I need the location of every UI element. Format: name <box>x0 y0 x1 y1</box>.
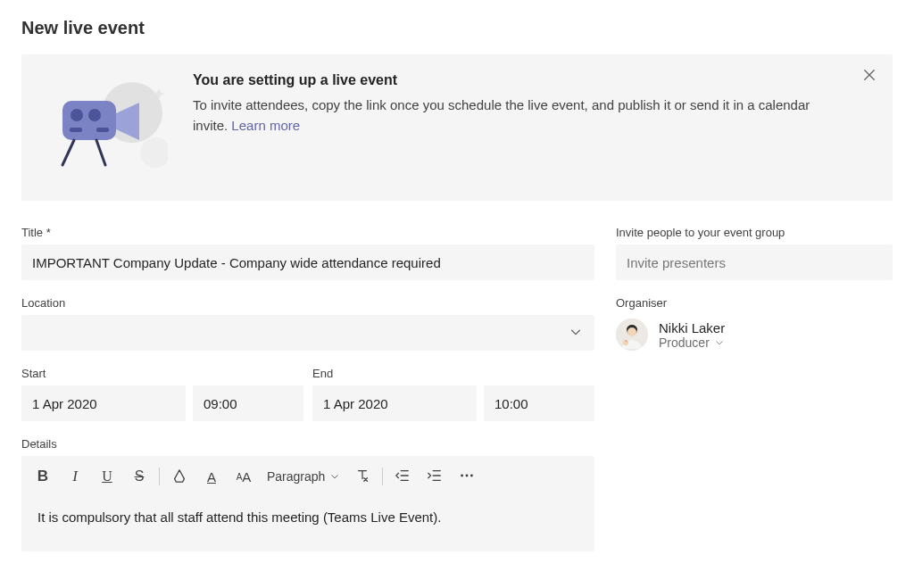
paragraph-label: Paragraph <box>267 469 325 484</box>
svg-point-11 <box>466 474 469 476</box>
font-color-icon: A <box>207 469 216 484</box>
bold-button[interactable]: B <box>29 461 57 492</box>
toolbar-separator <box>382 468 383 485</box>
info-banner: You are setting up a live event To invit… <box>21 54 893 201</box>
banner-heading: You are setting up a live event <box>193 72 843 88</box>
svg-point-15 <box>627 327 636 336</box>
clear-format-icon <box>354 468 370 486</box>
svg-point-1 <box>140 137 168 168</box>
organiser-heading: Organiser <box>616 296 893 310</box>
clear-formatting-button[interactable] <box>348 461 377 492</box>
svg-rect-8 <box>96 128 109 132</box>
highlight-button[interactable] <box>165 461 194 492</box>
close-icon <box>863 69 876 84</box>
highlight-icon <box>171 468 187 486</box>
start-time-input[interactable] <box>193 385 303 421</box>
strikethrough-button[interactable]: S <box>125 461 154 492</box>
location-label: Location <box>21 296 594 310</box>
start-date-input[interactable] <box>21 385 186 421</box>
end-time-input[interactable] <box>484 385 594 421</box>
underline-button[interactable]: U <box>93 461 121 492</box>
editor-toolbar: B I U S A AA Paragraph <box>21 456 594 497</box>
organiser-row: Nikki Laker Producer <box>616 319 893 351</box>
banner-close-button[interactable] <box>859 65 880 87</box>
banner-text: You are setting up a live event To invit… <box>193 72 843 136</box>
svg-point-7 <box>88 109 101 121</box>
title-label: Title * <box>21 226 594 239</box>
organiser-avatar <box>616 319 648 351</box>
learn-more-link[interactable]: Learn more <box>231 118 300 133</box>
end-label: End <box>312 367 594 380</box>
font-size-button[interactable]: AA <box>229 461 258 492</box>
location-select[interactable] <box>21 315 594 351</box>
organiser-role-select[interactable]: Producer <box>659 335 724 350</box>
svg-line-5 <box>96 140 105 165</box>
decrease-indent-button[interactable] <box>388 461 417 492</box>
role-label: Producer <box>659 335 710 350</box>
font-color-button[interactable]: A <box>197 461 226 492</box>
organiser-name: Nikki Laker <box>659 320 725 335</box>
page-title: New live event <box>21 18 893 38</box>
paragraph-style-select[interactable]: Paragraph <box>262 461 345 492</box>
chevron-down-icon <box>715 335 724 350</box>
toolbar-separator <box>159 468 160 485</box>
svg-point-10 <box>461 474 464 476</box>
indent-icon <box>427 468 443 486</box>
camera-illustration <box>43 72 168 179</box>
start-label: Start <box>21 367 303 380</box>
invite-label: Invite people to your event group <box>616 226 893 239</box>
title-input[interactable] <box>21 244 594 280</box>
svg-point-6 <box>71 109 83 121</box>
svg-point-12 <box>470 474 473 476</box>
details-editor[interactable]: It is compulsory that all staff attend t… <box>21 497 594 551</box>
increase-indent-button[interactable] <box>420 461 449 492</box>
svg-rect-2 <box>62 101 116 140</box>
end-date-input[interactable] <box>312 385 477 421</box>
font-size-icon: A <box>237 472 243 482</box>
more-options-button[interactable] <box>453 461 481 492</box>
outdent-icon <box>395 468 411 486</box>
more-icon <box>459 468 475 486</box>
invite-presenters-input[interactable] <box>616 244 893 280</box>
italic-button[interactable]: I <box>61 461 89 492</box>
svg-line-4 <box>62 140 74 165</box>
chevron-down-icon <box>330 472 339 481</box>
svg-rect-9 <box>70 128 82 132</box>
details-label: Details <box>21 437 594 451</box>
